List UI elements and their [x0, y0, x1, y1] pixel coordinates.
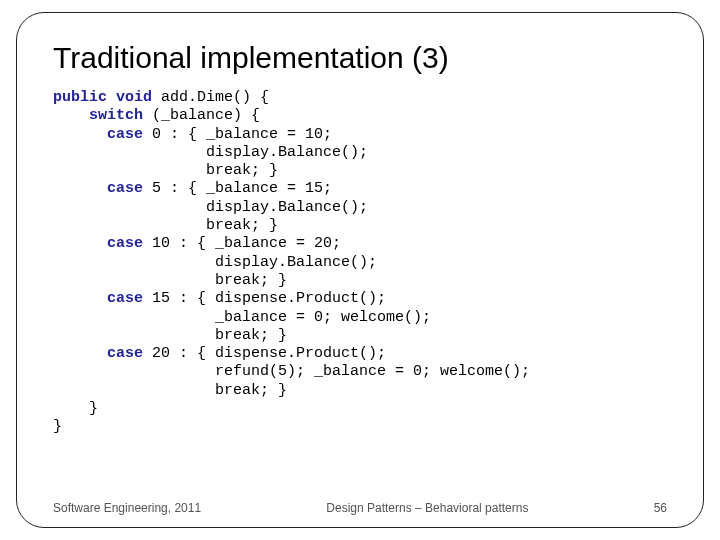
- fn-name: add.Dime() {: [152, 89, 269, 106]
- case15-label: 15 : {: [143, 290, 215, 307]
- case0-label: 0 : {: [143, 126, 206, 143]
- footer-page-number: 56: [654, 501, 667, 515]
- footer-center: Design Patterns – Behavioral patterns: [201, 501, 654, 515]
- case0-l3: break; }: [206, 162, 278, 179]
- footer-left: Software Engineering, 2011: [53, 501, 201, 515]
- case0-l2: display.Balance();: [206, 144, 368, 161]
- case10-l3: break; }: [215, 272, 287, 289]
- case0-l1: _balance = 10;: [206, 126, 332, 143]
- footer: Software Engineering, 2011 Design Patter…: [53, 501, 667, 515]
- kw-case: case: [107, 290, 143, 307]
- kw-public: public: [53, 89, 107, 106]
- case20-l1: dispense.Product();: [215, 345, 386, 362]
- case5-label: 5 : {: [143, 180, 206, 197]
- case15-l1: dispense.Product();: [215, 290, 386, 307]
- case15-l2: _balance = 0; welcome();: [215, 309, 431, 326]
- close-brace-1: }: [53, 400, 98, 417]
- kw-case: case: [107, 180, 143, 197]
- slide-title: Traditional implementation (3): [53, 41, 667, 75]
- slide-frame: Traditional implementation (3) public vo…: [16, 12, 704, 528]
- case20-label: 20 : {: [143, 345, 215, 362]
- close-brace-2: }: [53, 418, 62, 435]
- kw-case: case: [107, 235, 143, 252]
- kw-case: case: [107, 345, 143, 362]
- kw-switch: switch: [89, 107, 143, 124]
- kw-void: void: [116, 89, 152, 106]
- case15-l3: break; }: [215, 327, 287, 344]
- case5-l3: break; }: [206, 217, 278, 234]
- case20-l2: refund(5); _balance = 0; welcome();: [215, 363, 530, 380]
- case10-label: 10 : {: [143, 235, 215, 252]
- case10-l1: _balance = 20;: [215, 235, 341, 252]
- code-block: public void add.Dime() { switch (_balanc…: [53, 89, 667, 437]
- case5-l2: display.Balance();: [206, 199, 368, 216]
- switch-expr: (_balance) {: [143, 107, 260, 124]
- case10-l2: display.Balance();: [215, 254, 377, 271]
- slide: Traditional implementation (3) public vo…: [0, 0, 720, 540]
- case5-l1: _balance = 15;: [206, 180, 332, 197]
- case20-l3: break; }: [215, 382, 287, 399]
- kw-case: case: [107, 126, 143, 143]
